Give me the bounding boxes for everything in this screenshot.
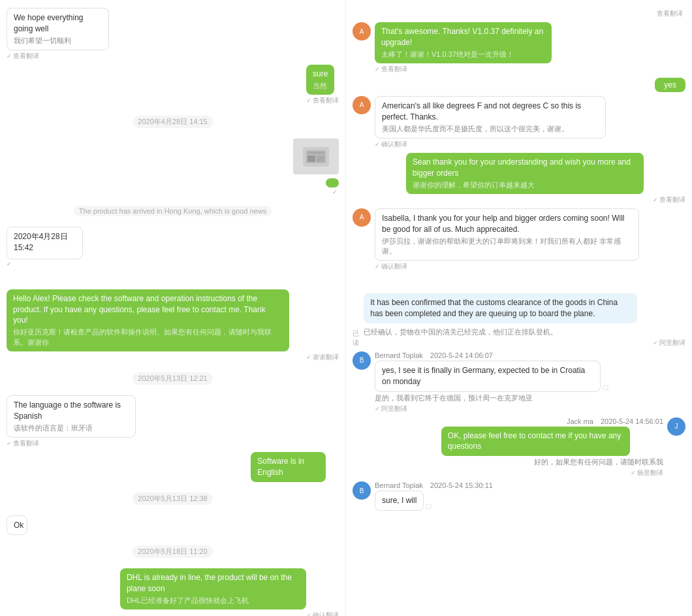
translate-btn[interactable]: 确认翻译 xyxy=(375,140,646,149)
message-row: B Bernard Toplak 2020-5-24 14:06:07 yes,… xyxy=(353,351,685,413)
msg-translation: DHL已经准备好了产品很快就会上飞机 xyxy=(127,596,300,606)
msg-content: Hello Alex! Please check the software an… xyxy=(7,289,339,362)
bubble-right-green: sure 当然 xyxy=(306,65,334,95)
message-row: A American's all like degrees F and not … xyxy=(353,96,685,149)
msg-translation: 伊莎贝拉，谢谢你的帮助和更大的订单即将到来！对我们所有人都好 非常感谢。 xyxy=(382,236,632,257)
msg-content: Bernard Toplak 2020-5-24 14:06:07 yes, I… xyxy=(375,351,640,413)
msg-content: We hope everything going well 我们希望一切顺利 查… xyxy=(7,8,127,61)
msg-translation: 你好亚历克斯！请检查产品的软件和操作说明。如果您有任何问题，请随时与我联系。谢谢… xyxy=(13,327,283,348)
sender-name: Bernard Toplak xyxy=(375,351,423,359)
timestamp-row: 2020年4月28日 14:15 xyxy=(7,110,339,133)
translate-btn[interactable]: 查看翻译 xyxy=(7,52,127,61)
msg-text: American's all like degrees F and not de… xyxy=(382,101,599,123)
bubble-left: 2020年4月28日 15:42 xyxy=(7,227,83,259)
sender-name: Jack ma xyxy=(567,417,593,425)
bubble-right-green: Software is in English xyxy=(251,452,326,482)
translate-btn[interactable] xyxy=(326,189,339,195)
message-row: Ok xyxy=(7,515,339,536)
translate-btn[interactable]: 查看翻译 xyxy=(406,195,685,204)
timestamp: 2020年4月28日 14:15 xyxy=(133,116,212,128)
right-panel: 查看翻译 A That's awesome. Thanks! V1.0.37 d… xyxy=(346,0,692,616)
message-row: sure 当然 查看翻译 xyxy=(7,65,339,105)
msg-text: yes, I see it is finally in Germany, exp… xyxy=(382,365,593,387)
timestamp-row: 2020年5月18日 11:20 xyxy=(7,540,339,563)
sender-info: Bernard Toplak 2020-5-24 14:06:07 xyxy=(375,351,640,359)
msg-translation: 美国人都是华氏度而不是摄氏度，所以这个很完美，谢谢。 xyxy=(382,124,599,134)
sender-name: Bernard Toplak xyxy=(375,481,423,489)
translate-btn[interactable]: 查看翻译 xyxy=(7,439,159,448)
already-read-label: 已读 xyxy=(353,329,361,348)
right-convo-2: 已读 It has been confirmed that the custom… xyxy=(353,293,685,511)
message-row: yes xyxy=(353,78,685,92)
bubble-left: The language o the software is Spanish 该… xyxy=(7,395,136,438)
bubble-right-green xyxy=(326,178,339,187)
left-convo-1: We hope everything going well 我们希望一切顺利 查… xyxy=(7,8,339,267)
bubble-left: sure, I will xyxy=(375,491,424,511)
msg-translation: 好的，如果您有任何问题，请随时联系我 xyxy=(441,457,663,467)
timestamp-row: 2020年5月13日 12:21 xyxy=(7,367,339,390)
msg-text: The language o the software is Spanish xyxy=(14,400,129,422)
msg-content: Software is in English xyxy=(251,452,339,482)
msg-content: DHL is already in line, the product will… xyxy=(120,568,339,616)
msg-text: Ok xyxy=(14,520,20,531)
msg-content: That's awesome. Thanks! V1.0.37 definite… xyxy=(375,22,583,74)
bubble-left: Isabella, I thank you for your help and … xyxy=(375,208,639,261)
avatar: B xyxy=(353,351,371,370)
avatar: A xyxy=(353,208,371,227)
msg-translation: 是的，我看到它终于在德国，预计周一在克罗地亚 xyxy=(375,393,640,403)
sender-timestamp: 2020-5-24 14:56:01 xyxy=(601,417,663,425)
translate-btn[interactable]: 确认翻译 xyxy=(120,611,339,616)
message-row: Software is in English xyxy=(7,452,339,482)
msg-translation: 当然 xyxy=(313,81,328,91)
translate-btn[interactable]: 确认翻译 xyxy=(375,262,685,271)
timestamp-row: The product has arrived in Hong Kong, wh… xyxy=(7,201,339,221)
sender-info: Bernard Toplak 2020-5-24 15:30:11 xyxy=(375,481,493,489)
msg-content: sure 当然 查看翻译 xyxy=(306,65,339,105)
message-row: 2020年4月28日 15:42 xyxy=(7,227,339,267)
translate-btn[interactable] xyxy=(7,261,97,267)
msg-translation: 太棒了！谢谢！V1.0.37绝对是一次升级！ xyxy=(381,50,545,59)
message-row: Sean thank you for your understanding an… xyxy=(353,153,685,204)
bubble-right-green: Sean thank you for your understanding an… xyxy=(406,153,644,194)
svg-rect-2 xyxy=(307,152,324,154)
timestamp: 2020年5月13日 12:38 xyxy=(133,493,212,505)
bubble-blue-light: It has been confirmed that the customs c… xyxy=(364,293,637,323)
msg-content: 2020年4月28日 15:42 xyxy=(7,227,97,267)
msg-text: DHL is already in line, the product will… xyxy=(127,572,300,594)
message-row: The language o the software is Spanish 该… xyxy=(7,395,339,448)
sender-timestamp: 2020-5-24 14:06:07 xyxy=(430,351,493,359)
msg-content: Isabella, I thank you for your help and … xyxy=(375,208,685,271)
msg-translation: 我们希望一切顺利 xyxy=(14,36,102,46)
message-row: 已读 It has been confirmed that the custom… xyxy=(353,293,685,348)
translate-btn[interactable]: 杨里翻译 xyxy=(441,468,663,478)
msg-translation: 已经确认，货物在中国的清关已经完成，他们正在排队登机。 xyxy=(364,327,685,337)
msg-text: OK, please feel free to contact me if yo… xyxy=(448,430,623,453)
translate-btn[interactable]: 阿里翻译 xyxy=(375,404,640,413)
avatar: A xyxy=(353,22,371,41)
sender-timestamp: 2020-5-24 15:30:11 xyxy=(430,481,493,489)
bubble-left: Ok xyxy=(7,515,27,536)
msg-text: 2020年4月28日 15:42 xyxy=(14,231,76,253)
msg-content: Ok xyxy=(7,515,31,536)
msg-text: It has been confirmed that the customs c… xyxy=(370,297,631,319)
read-icon: □ xyxy=(603,383,608,392)
main-container: We hope everything going well 我们希望一切顺利 查… xyxy=(0,0,692,616)
timestamp: 2020年5月18日 11:20 xyxy=(133,545,212,558)
bubble-right-green: Hello Alex! Please check the software an… xyxy=(7,289,289,351)
translate-btn[interactable]: 谢谢翻译 xyxy=(7,353,339,362)
msg-text: sure xyxy=(313,69,328,80)
translate-btn[interactable]: 阿里翻译 xyxy=(364,338,685,348)
msg-translation: 该软件的语言是：班牙语 xyxy=(14,423,129,433)
message-row: Jack ma 2020-5-24 14:56:01 OK, please fe… xyxy=(353,417,685,478)
msg-content: Bernard Toplak 2020-5-24 15:30:11 sure, … xyxy=(375,481,493,511)
timestamp: The product has arrived in Hong Kong, wh… xyxy=(74,206,272,216)
msg-content: The language o the software is Spanish 该… xyxy=(7,395,159,448)
bubble-right-green: That's awesome. Thanks! V1.0.37 definite… xyxy=(375,22,552,63)
translate-btn[interactable]: 查看翻译 xyxy=(375,65,583,74)
avatar: A xyxy=(353,96,371,114)
translate-btn[interactable]: 查看翻译 xyxy=(306,96,339,105)
avatar: B xyxy=(353,481,371,500)
bubble-right-green: OK, please feel free to contact me if yo… xyxy=(441,427,630,457)
msg-text: sure, I will xyxy=(382,495,417,506)
msg-content: It has been confirmed that the customs c… xyxy=(364,293,685,348)
